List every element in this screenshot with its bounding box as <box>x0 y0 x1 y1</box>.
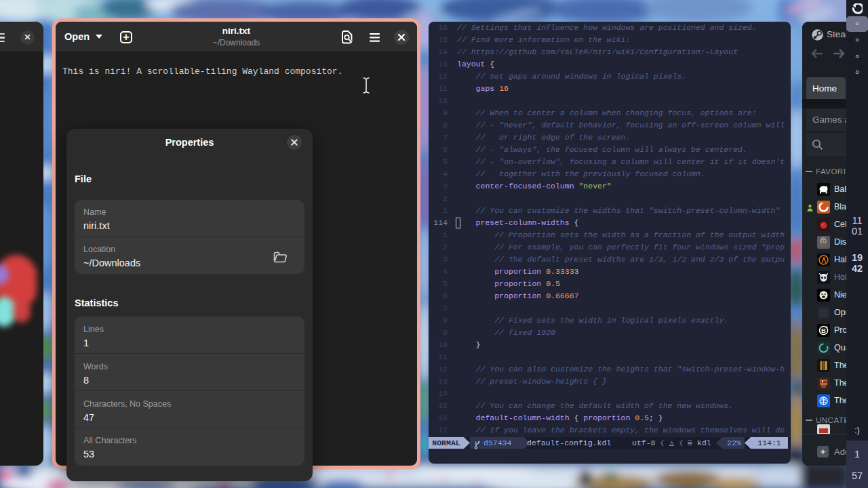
svg-text:B: B <box>821 327 826 334</box>
